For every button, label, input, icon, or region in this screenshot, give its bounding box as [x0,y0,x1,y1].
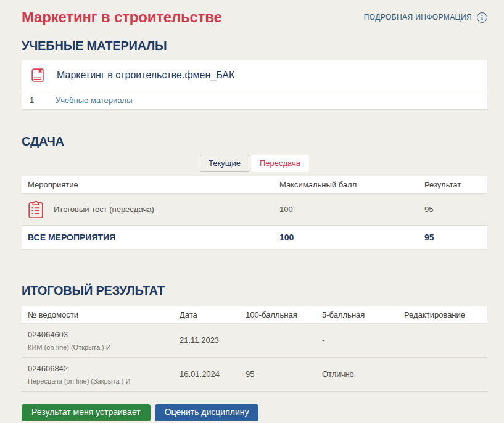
event-max-score: 100 [273,205,418,214]
sheet-score-5: - [316,335,398,345]
details-link[interactable]: ПОДРОБНАЯ ИНФОРМАЦИЯ i [364,12,487,23]
sheet-score-100: 95 [239,369,316,379]
course-page: Маркетинг в строительстве ПОДРОБНАЯ ИНФО… [0,0,504,421]
event-name[interactable]: Итоговый тест (пересдача) [54,205,154,214]
column-header-editing: Редактирование [398,310,487,319]
final-table-header: № ведомости Дата 100-балльная 5-балльная… [22,306,487,324]
total-result: 95 [418,232,487,242]
final-result-heading: ИТОГОВЫЙ РЕЗУЛЬТАТ [22,284,487,298]
page-header: Маркетинг в строительстве ПОДРОБНАЯ ИНФО… [22,9,487,26]
submission-total-row: ВСЕ МЕРОПРИЯТИЯ 100 95 [22,225,487,250]
rate-discipline-button[interactable]: Оценить дисциплину [155,404,259,421]
total-label: ВСЕ МЕРОПРИЯТИЯ [22,232,273,242]
course-card-title: Маркетинг в строительстве.фмен_БАК [57,70,234,81]
submission-tabs: Текущие Пересдача [22,155,487,172]
column-header-max-score: Максимальный балл [273,180,418,189]
accept-result-button[interactable]: Результат меня устраивает [22,404,151,421]
column-header-sheet-number: № ведомости [22,310,173,319]
table-row: 024064603 КИМ (on-line) (Открыта ) И 21.… [22,324,487,358]
column-header-event: Мероприятие [22,180,273,189]
sheet-type: Пересдача (on-line) (Закрыта ) И [28,377,173,385]
table-row: Итоговый тест (пересдача) 100 95 [22,194,487,225]
final-result-table: № ведомости Дата 100-балльная 5-балльная… [22,306,487,392]
submission-table: Мероприятие Максимальный балл Результат … [22,176,487,250]
column-header-100-scale: 100-балльная [239,310,316,319]
column-header-result: Результат [418,180,487,189]
total-max-score: 100 [273,232,418,242]
page-title: Маркетинг в строительстве [22,9,222,26]
event-result: 95 [418,205,487,214]
sheet-date: 21.11.2023 [173,335,239,345]
details-link-label: ПОДРОБНАЯ ИНФОРМАЦИЯ [364,13,472,22]
sheet-type: КИМ (on-line) (Открыта ) И [28,343,173,351]
materials-heading: УЧЕБНЫЕ МАТЕРИАЛЫ [22,39,487,53]
submission-heading: СДАЧА [22,134,487,149]
info-icon[interactable]: i [477,12,487,23]
sheet-score-5: Отлично [316,369,398,379]
tab-current[interactable]: Текущие [200,155,249,172]
materials-row-number: 1 [30,96,56,105]
materials-card: Маркетинг в строительстве.фмен_БАК 1 Уче… [22,60,487,110]
column-header-date: Дата [173,310,239,319]
sheet-date: 16.01.2024 [173,369,239,379]
submission-table-header: Мероприятие Максимальный балл Результат [22,176,487,194]
table-row: 024606842 Пересдача (on-line) (Закрыта )… [22,358,487,392]
sheet-number: 024606842 [28,364,173,373]
column-header-5-scale: 5-балльная [316,310,398,319]
clipboard-icon [28,200,44,219]
sheet-number: 024064603 [28,330,173,339]
materials-card-head[interactable]: Маркетинг в строительстве.фмен_БАК [22,60,487,91]
book-icon [30,67,46,83]
action-buttons: Результат меня устраивает Оценить дисцип… [22,404,487,421]
materials-row-link[interactable]: Учебные материалы [56,96,133,105]
materials-row: 1 Учебные материалы [22,91,487,109]
tab-retake[interactable]: Пересдача [251,155,309,172]
